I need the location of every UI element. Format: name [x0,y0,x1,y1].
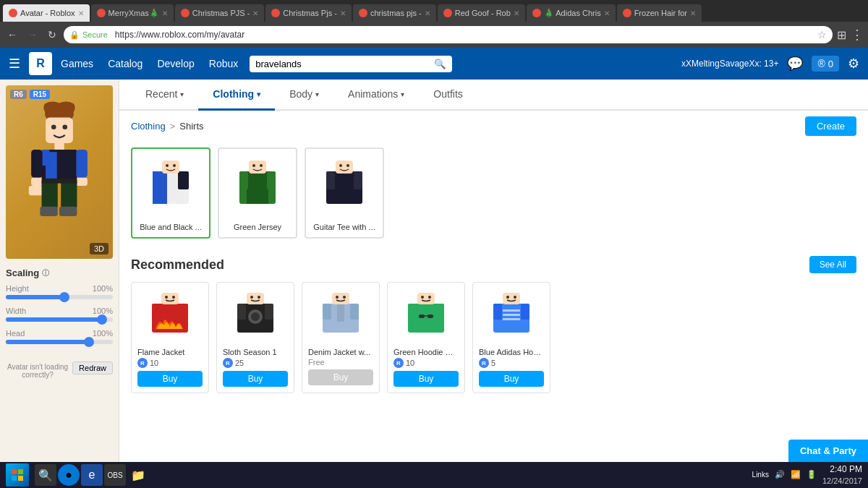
wardrobe-row: Blue and Black ... Green J [119,142,868,250]
height-track[interactable] [6,295,113,299]
rec-item-name-1: Sloth Season 1 [223,348,288,356]
reload-button[interactable]: ↻ [45,27,59,42]
search-button[interactable]: 🔍 [434,59,446,69]
tab-clothing[interactable]: Clothing ▾ [198,80,275,111]
buy-button-3[interactable]: Buy [393,371,459,387]
buy-button-1[interactable]: Buy [223,371,288,387]
wardrobe-item-0[interactable]: Blue and Black ... [131,147,210,239]
buy-button-0[interactable]: Buy [137,371,203,387]
menu-icon[interactable]: ⋮ [851,27,864,43]
badge-r6[interactable]: R6 [10,90,27,99]
tab-avatar[interactable]: Avatar - Roblox ✕ [3,4,90,22]
svg-rect-74 [503,314,520,316]
tab-recent[interactable]: Recent ▾ [131,80,198,111]
svg-rect-23 [178,171,189,189]
nav-robux[interactable]: Robux [209,58,238,69]
tab-close-5[interactable]: ✕ [514,9,519,17]
tab-christmas-pjs[interactable]: Christmas Pjs - ✕ [265,4,352,22]
roblox-nav: ☰ R Games Catalog Develop Robux 🔍 xXMelt… [0,48,868,80]
rec-price-val-4: 5 [491,359,495,367]
svg-point-53 [258,296,260,299]
head-thumb[interactable] [84,337,94,347]
breadcrumb-clothing[interactable]: Clothing [131,121,166,132]
tab-christmas-pjs2[interactable]: christmas pjs - ✕ [353,4,436,22]
head-track[interactable] [6,340,113,344]
tab-xmas-pjs[interactable]: Christmas PJS - ✕ [175,4,264,22]
svg-point-50 [251,312,260,321]
taskbar-volume: 🔋 [807,470,817,479]
rec-item-price-0: R 10 [137,358,203,368]
search-input[interactable] [255,59,434,69]
tab-close-7[interactable]: ✕ [690,9,696,17]
redraw-button[interactable]: Redraw [72,361,113,374]
settings-button[interactable]: ⚙ [848,56,859,72]
hamburger-menu[interactable]: ☰ [9,56,20,72]
avatar-area: R6 R15 [6,85,113,259]
svg-rect-80 [18,469,23,474]
buy-button-2[interactable]: Buy [308,369,373,385]
tab-adidas[interactable]: 🎄 Adidas Chris ✕ [527,4,616,22]
wardrobe-item-1[interactable]: Green Jersey [218,147,297,239]
back-button[interactable]: ← [4,27,20,42]
rec-item-1[interactable]: Sloth Season 1 R 25 Buy [216,282,294,393]
svg-rect-2 [46,117,73,143]
badge-r15[interactable]: R15 [30,90,50,99]
tab-outfits[interactable]: Outfits [419,80,477,111]
tab-body[interactable]: Body ▾ [275,80,333,111]
buy-button-4[interactable]: Buy [479,371,544,387]
taskbar-files[interactable]: 📁 [127,464,149,486]
rec-thumb-3 [393,288,459,346]
roblox-logo[interactable]: R [29,52,52,75]
rec-item-2[interactable]: Denim Jacket w... Free Buy [302,282,380,393]
tab-frozen[interactable]: Frozen Hair for ✕ [617,4,702,22]
bookmark-icon[interactable]: ☆ [817,29,827,40]
taskbar-search[interactable]: 🔍 [35,464,56,486]
svg-point-39 [346,164,349,167]
taskbar-icons: 🔍 ● e OBS 📁 [35,464,149,486]
extensions-icon: ⊞ [837,28,846,42]
address-bar[interactable]: 🔒 Secure https://www.roblox.com/my/avata… [64,26,833,43]
avatar-figure [16,100,103,244]
taskbar-ie[interactable]: e [81,464,103,486]
chat-icon-button[interactable]: 💬 [787,56,803,72]
tab-label-cpjs: Christmas Pjs - [283,9,337,17]
rec-item-4[interactable]: Blue Adidas Hoo... R 5 Buy [472,282,550,393]
taskbar-cortana[interactable]: ● [58,464,80,486]
tab-close-3[interactable]: ✕ [340,9,346,17]
breadcrumb-shirts: Shirts [179,121,203,132]
rec-thumb-2 [308,288,373,346]
rec-thumb-0 [137,288,203,346]
svg-rect-15 [42,180,58,208]
tab-close-1[interactable]: ✕ [162,9,168,17]
tab-close-4[interactable]: ✕ [425,9,430,17]
robux-badge[interactable]: ® 0 [812,56,839,72]
nav-catalog[interactable]: Catalog [108,58,142,69]
width-thumb[interactable] [97,314,107,325]
rec-item-3[interactable]: Green Hoodie W... R 10 Buy [387,282,465,393]
wardrobe-item-2[interactable]: Guitar Tee with ... [305,147,384,239]
svg-rect-13 [76,150,88,178]
forward-button[interactable]: → [25,27,41,42]
tab-close-6[interactable]: ✕ [604,9,610,17]
see-all-button[interactable]: See All [809,256,856,273]
taskbar: 🔍 ● e OBS 📁 Links 🔊 📶 🔋 2:40 PM 12/24/20… [0,462,868,488]
taskbar-obs[interactable]: OBS [104,464,126,486]
nav-games[interactable]: Games [61,58,93,69]
tab-animations[interactable]: Animations ▾ [333,80,419,111]
tab-redgoof[interactable]: Red Goof - Rob ✕ [438,4,525,22]
create-button[interactable]: Create [805,116,856,136]
tab-label-frozen: Frozen Hair for [634,9,687,17]
main-content: R6 R15 [0,80,868,488]
tab-close-2[interactable]: ✕ [252,9,258,17]
start-button[interactable] [6,463,29,487]
tab-close-avatar[interactable]: ✕ [78,9,84,17]
width-track[interactable] [6,317,113,322]
height-thumb[interactable] [59,292,69,302]
rec-item-0[interactable]: Flame Jacket R 10 Buy [131,282,209,393]
search-bar: 🔍 [250,56,452,72]
taskbar-network: 📶 [791,470,801,479]
chat-party-button[interactable]: Chat & Party [788,440,868,462]
tab-merryx[interactable]: MerryXmas🎄 ✕ [91,4,174,22]
svg-point-3 [51,124,56,129]
nav-develop[interactable]: Develop [157,58,194,69]
